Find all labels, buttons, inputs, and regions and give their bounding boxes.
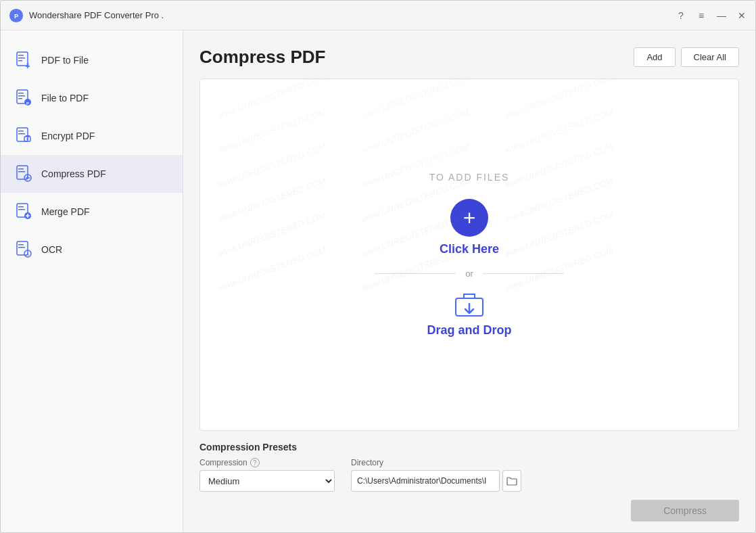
svg-rect-18 [18, 168, 24, 170]
svg-rect-12 [17, 128, 28, 141]
compress-pdf-icon [14, 164, 33, 183]
content-area: Compress PDF Add Clear All www.UNREGISTE… [183, 30, 755, 532]
svg-rect-19 [18, 171, 25, 172]
divider-row: or [375, 269, 564, 279]
click-here-section[interactable]: + Click Here [440, 199, 499, 256]
svg-rect-9 [18, 98, 22, 99]
drag-drop-section[interactable]: Drag and Drop [427, 291, 511, 338]
directory-field [351, 470, 521, 492]
sidebar-item-ocr[interactable]: A OCR [1, 231, 183, 269]
svg-rect-17 [17, 166, 28, 179]
svg-rect-8 [18, 95, 25, 97]
click-here-label[interactable]: Click Here [440, 242, 499, 256]
minimize-button[interactable]: — [716, 10, 727, 21]
svg-rect-5 [18, 60, 22, 62]
window-controls: ? ≡ — ✕ [676, 10, 747, 21]
sidebar-label-file-to-pdf: File to PDF [41, 93, 89, 103]
svg-rect-14 [18, 133, 25, 135]
app-logo: P [9, 8, 24, 23]
file-to-pdf-icon: P [14, 89, 33, 108]
directory-label: Directory [351, 458, 521, 467]
compression-field: Compression ? Low Medium High [199, 458, 335, 492]
folder-browse-button[interactable] [502, 470, 521, 492]
sidebar-label-pdf-to-file: PDF to File [41, 55, 89, 66]
encrypt-pdf-icon [14, 126, 33, 145]
drag-drop-label[interactable]: Drag and Drop [427, 323, 511, 338]
svg-rect-3 [18, 55, 24, 56]
sidebar-item-file-to-pdf[interactable]: P File to PDF [1, 79, 183, 117]
sidebar: PDF to File P File to PDF [1, 30, 183, 532]
add-button[interactable]: Add [634, 47, 675, 67]
ocr-icon: A [14, 240, 33, 259]
compress-button[interactable]: Compress [631, 500, 739, 522]
drag-drop-icon [453, 291, 486, 318]
bottom-section: Compression Presets Compression ? Low Me… [199, 442, 739, 522]
drop-zone[interactable]: www.UNREGISTERED.COMwww.UNREGISTERED.COM… [199, 78, 739, 431]
sidebar-item-encrypt-pdf[interactable]: Encrypt PDF [1, 117, 183, 155]
svg-text:A: A [26, 252, 29, 256]
svg-rect-22 [18, 206, 24, 208]
folder-icon [506, 476, 517, 486]
menu-button[interactable]: ≡ [696, 10, 707, 21]
page-title: Compress PDF [199, 47, 325, 68]
svg-rect-26 [18, 244, 24, 246]
svg-point-16 [26, 138, 28, 139]
presets-row: Compression ? Low Medium High Directory [199, 458, 739, 492]
window-title: Wondershare PDF Converter Pro . [29, 10, 676, 20]
sidebar-item-pdf-to-file[interactable]: PDF to File [1, 41, 183, 79]
sidebar-label-merge-pdf: Merge PDF [41, 206, 90, 217]
sidebar-item-merge-pdf[interactable]: Merge PDF [1, 193, 183, 231]
compress-btn-row: Compress [199, 500, 739, 522]
help-button[interactable]: ? [676, 10, 686, 21]
app-window: P Wondershare PDF Converter Pro . ? ≡ — … [0, 0, 756, 533]
header-buttons: Add Clear All [634, 47, 739, 67]
compression-help-icon[interactable]: ? [250, 458, 260, 467]
svg-rect-23 [18, 209, 25, 210]
sidebar-label-ocr: OCR [41, 244, 62, 255]
svg-rect-13 [18, 131, 24, 132]
title-bar: P Wondershare PDF Converter Pro . ? ≡ — … [1, 1, 755, 30]
or-text: or [465, 269, 473, 279]
divider-line-right [483, 273, 564, 274]
pdf-to-file-icon [14, 51, 33, 70]
merge-pdf-icon [14, 202, 33, 221]
compression-select[interactable]: Low Medium High [199, 470, 335, 492]
main-layout: PDF to File P File to PDF [1, 30, 755, 532]
directory-field-wrapper: Directory [351, 458, 521, 492]
sidebar-label-encrypt-pdf: Encrypt PDF [41, 131, 95, 141]
content-header: Compress PDF Add Clear All [199, 47, 739, 68]
directory-input[interactable] [351, 470, 500, 492]
divider-line-left [375, 273, 456, 274]
compression-presets-title: Compression Presets [199, 442, 739, 453]
close-button[interactable]: ✕ [736, 10, 747, 21]
plus-icon[interactable]: + [450, 199, 488, 237]
svg-rect-27 [18, 247, 25, 248]
clear-all-button[interactable]: Clear All [681, 47, 739, 67]
svg-text:P: P [14, 12, 18, 19]
sidebar-label-compress-pdf: Compress PDF [41, 168, 106, 179]
to-add-files-label: TO ADD FILES [429, 172, 510, 183]
svg-rect-4 [18, 57, 25, 59]
svg-rect-7 [18, 93, 24, 94]
svg-rect-2 [17, 52, 28, 66]
compression-label: Compression ? [199, 458, 335, 467]
sidebar-item-compress-pdf[interactable]: Compress PDF [1, 155, 183, 193]
svg-text:P: P [26, 101, 29, 106]
